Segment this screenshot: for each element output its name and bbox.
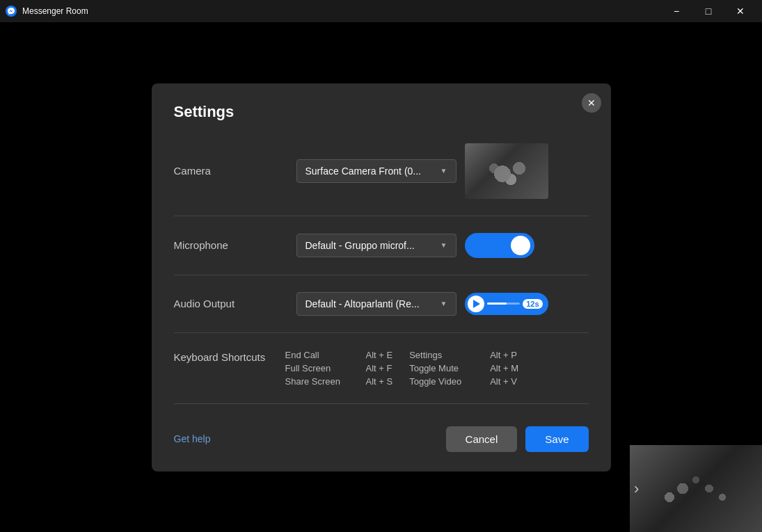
audio-slider-track[interactable] (487, 303, 521, 305)
shortcuts-left-column: End Call Alt + E Full Screen Alt + F Sha… (285, 350, 393, 387)
timer-badge: 12s (523, 299, 542, 309)
shortcut-item: Full Screen Alt + F (285, 363, 393, 373)
cancel-button[interactable]: Cancel (446, 426, 518, 452)
audio-output-dropdown-value: Default - Altoparlanti (Re... (305, 298, 435, 309)
audio-slider-fill (487, 303, 507, 305)
toggle-thumb (511, 236, 530, 255)
audio-output-label: Audio Output (174, 298, 285, 309)
shortcut-item: Toggle Mute Alt + M (409, 363, 518, 373)
title-bar-left: Messenger Room (6, 6, 88, 17)
dialog-title: Settings (174, 103, 589, 121)
play-icon (468, 296, 484, 312)
divider-1 (174, 216, 589, 216)
shortcut-action: Settings (409, 350, 479, 360)
camera-row: Camera Surface Camera Front (0... ▼ (174, 138, 589, 204)
divider-4 (174, 403, 589, 404)
dialog-footer: Get help Cancel Save (174, 421, 589, 452)
settings-dialog: Settings ✕ Camera Surface Camera Front (… (152, 83, 611, 471)
title-bar-controls: − □ ✕ (660, 0, 756, 22)
shortcut-key: Alt + S (366, 376, 393, 387)
audio-output-row: Audio Output Default - Altoparlanti (Re.… (174, 287, 589, 321)
keyboard-shortcuts-label: Keyboard Shortcuts (174, 350, 285, 387)
gear-preview-texture (465, 143, 548, 199)
shortcut-key: Alt + E (366, 350, 393, 360)
shortcuts-grid: End Call Alt + E Full Screen Alt + F Sha… (285, 350, 589, 387)
get-help-link[interactable]: Get help (174, 433, 211, 444)
svg-point-0 (6, 6, 17, 17)
shortcut-action: End Call (285, 350, 355, 360)
camera-dropdown-arrow: ▼ (440, 167, 447, 175)
app-title: Messenger Room (22, 6, 88, 16)
microphone-dropdown-arrow: ▼ (440, 241, 447, 249)
shortcut-item: Settings Alt + P (409, 350, 518, 360)
footer-buttons: Cancel Save (446, 426, 589, 452)
microphone-label: Microphone (174, 239, 285, 251)
shortcut-item: Toggle Video Alt + V (409, 376, 518, 387)
camera-label: Camera (174, 165, 285, 177)
shortcut-key: Alt + M (490, 363, 518, 373)
camera-preview (465, 143, 548, 199)
camera-dropdown-value: Surface Camera Front (0... (305, 166, 435, 177)
window-close-button[interactable]: ✕ (724, 0, 756, 22)
shortcut-action: Toggle Mute (409, 363, 479, 373)
microphone-toggle[interactable] (465, 233, 534, 258)
shortcut-action: Toggle Video (409, 376, 479, 387)
audio-output-dropdown[interactable]: Default - Altoparlanti (Re... ▼ (296, 292, 457, 316)
divider-3 (174, 332, 589, 333)
microphone-row: Microphone Default - Gruppo microf... ▼ (174, 227, 589, 264)
save-button[interactable]: Save (525, 426, 588, 452)
dialog-close-button[interactable]: ✕ (582, 93, 601, 113)
shortcut-key: Alt + V (490, 376, 517, 387)
keyboard-shortcuts-row: Keyboard Shortcuts End Call Alt + E Full… (174, 344, 589, 392)
messenger-icon (6, 6, 17, 17)
audio-output-dropdown-arrow: ▼ (440, 300, 447, 307)
microphone-control: Default - Gruppo microf... ▼ (296, 233, 589, 258)
shortcuts-right-column: Settings Alt + P Toggle Mute Alt + M Tog… (409, 350, 518, 387)
shortcut-key: Alt + F (366, 363, 392, 373)
shortcut-key: Alt + P (490, 350, 517, 360)
microphone-dropdown[interactable]: Default - Gruppo microf... ▼ (296, 234, 457, 257)
maximize-button[interactable]: □ (692, 0, 724, 22)
title-bar: Messenger Room − □ ✕ (0, 0, 762, 22)
shortcut-action: Share Screen (285, 376, 355, 387)
camera-dropdown[interactable]: Surface Camera Front (0... ▼ (296, 159, 457, 183)
shortcut-item: Share Screen Alt + S (285, 376, 393, 387)
shortcut-action: Full Screen (285, 363, 355, 373)
modal-overlay: Settings ✕ Camera Surface Camera Front (… (0, 22, 762, 532)
shortcut-item: End Call Alt + E (285, 350, 393, 360)
camera-control: Surface Camera Front (0... ▼ (296, 143, 589, 199)
audio-output-control: Default - Altoparlanti (Re... ▼ 12s (296, 292, 589, 316)
audio-player-control[interactable]: 12s (465, 293, 548, 315)
minimize-button[interactable]: − (660, 0, 692, 22)
microphone-dropdown-value: Default - Gruppo microf... (305, 240, 435, 251)
play-triangle (473, 300, 480, 308)
divider-2 (174, 275, 589, 275)
camera-preview-inner (465, 143, 548, 199)
